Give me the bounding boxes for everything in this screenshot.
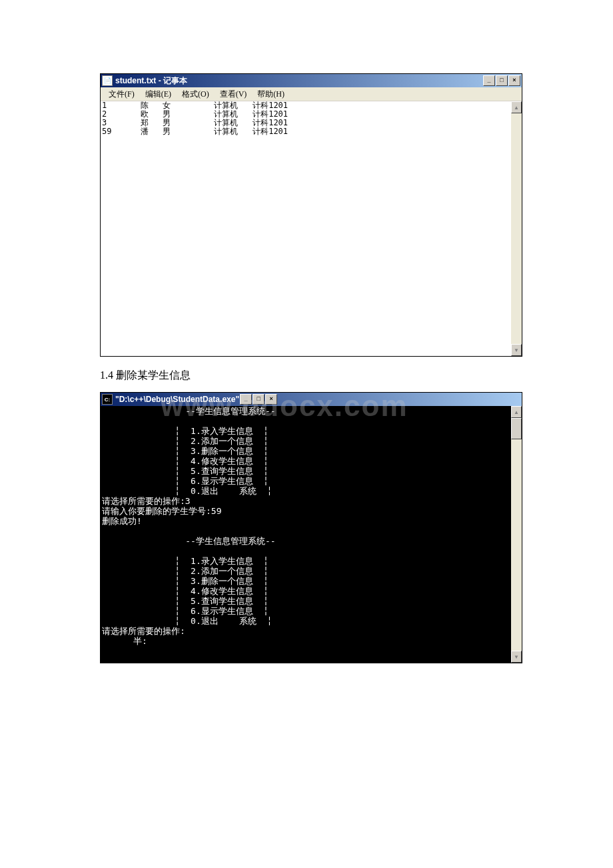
notepad-window: 📄 student.txt - 记事本 _ □ × 文件(F) 编辑(E) 格式… — [100, 73, 522, 357]
notepad-scrollbar[interactable]: ▲ ▼ — [511, 101, 522, 356]
notepad-icon: 📄 — [102, 75, 113, 86]
minimize-button[interactable]: _ — [240, 394, 252, 405]
scroll-thumb[interactable] — [511, 418, 522, 439]
scroll-track[interactable] — [511, 439, 522, 651]
console-scrollbar[interactable]: ▲ ▼ — [511, 406, 522, 663]
section-caption: 1.4 删除某学生信息 — [100, 369, 513, 383]
console-text-area[interactable]: --学生信息管理系统-- ╎ 1.录入学生信息 ╎ ╎ 2.添加一个信息 ╎ ╎… — [101, 406, 511, 663]
scroll-down-icon[interactable]: ▼ — [511, 344, 522, 356]
maximize-button[interactable]: □ — [496, 75, 508, 86]
close-button[interactable]: × — [265, 394, 277, 405]
notepad-body: 1 陈 女 计算机 计科1201 2 欧 男 计算机 计科1201 3 郑 男 … — [101, 101, 522, 356]
menu-format[interactable]: 格式(O) — [177, 87, 215, 101]
menu-file[interactable]: 文件(F) — [103, 87, 140, 101]
menu-edit[interactable]: 编辑(E) — [140, 87, 177, 101]
notepad-titlebar[interactable]: 📄 student.txt - 记事本 _ □ × — [101, 74, 522, 87]
console-title: "D:\c++\Debug\StudentData.exe" — [115, 395, 239, 404]
menu-view[interactable]: 查看(V) — [215, 87, 253, 101]
notepad-menubar: 文件(F) 编辑(E) 格式(O) 查看(V) 帮助(H) — [101, 87, 522, 101]
menu-help[interactable]: 帮助(H) — [252, 87, 290, 101]
scroll-up-icon[interactable]: ▲ — [511, 101, 522, 113]
console-body: --学生信息管理系统-- ╎ 1.录入学生信息 ╎ ╎ 2.添加一个信息 ╎ ╎… — [101, 406, 522, 663]
notepad-title: student.txt - 记事本 — [115, 75, 187, 87]
scroll-track[interactable] — [511, 113, 522, 344]
notepad-text-area[interactable]: 1 陈 女 计算机 计科1201 2 欧 男 计算机 计科1201 3 郑 男 … — [101, 101, 511, 356]
maximize-button[interactable]: □ — [253, 394, 265, 405]
scroll-down-icon[interactable]: ▼ — [511, 651, 522, 663]
console-titlebar[interactable]: C: "D:\c++\Debug\StudentData.exe" _ □ × — [101, 393, 522, 406]
scroll-up-icon[interactable]: ▲ — [511, 406, 522, 418]
console-icon: C: — [102, 394, 113, 405]
close-button[interactable]: × — [508, 75, 520, 86]
minimize-button[interactable]: _ — [483, 75, 495, 86]
console-window: www.bdocx.com C: "D:\c++\Debug\StudentDa… — [100, 392, 522, 663]
